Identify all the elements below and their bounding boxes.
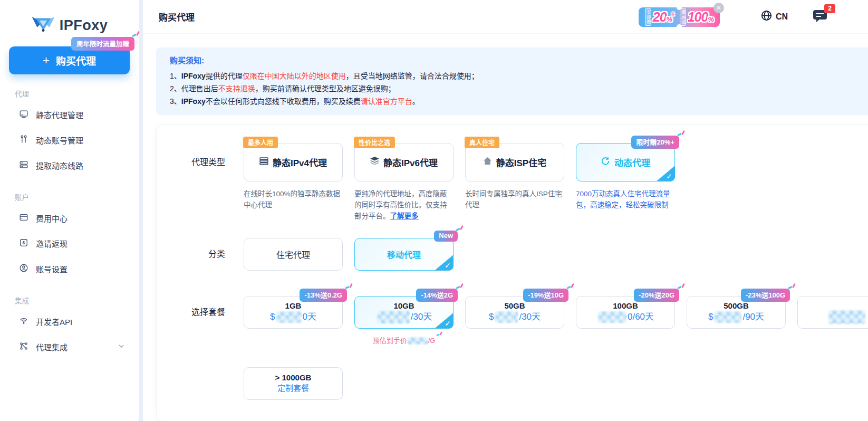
sparkle-icon [457, 283, 465, 291]
sliders-icon [19, 135, 28, 146]
most-popular-badge: 最多人用 [243, 137, 278, 148]
page-title: 购买代理 [159, 10, 195, 23]
package-card-50gb[interactable]: -19%送10G 50GB $/30天 [465, 296, 564, 329]
redacted-price [377, 311, 410, 323]
layers-icon [370, 157, 379, 168]
purchase-panel: 代理类型 最多人用 静态IPv4代理 在线时长100%的独享静态数据中心代理 性… [156, 125, 868, 421]
learn-more-link[interactable]: 了解更多 [390, 212, 419, 220]
billing-icon [19, 213, 28, 224]
package-card-10gb[interactable]: -14%送2G 10GB /30天 [354, 296, 454, 329]
proxy-type-card-isp[interactable]: 真人住宅 静态ISP住宅 [465, 143, 564, 181]
promo-left-tag: 买即赠 [645, 8, 651, 26]
proxy-type-row: 代理类型 最多人用 静态IPv4代理 在线时长100%的独享静态数据中心代理 性… [157, 143, 868, 222]
sidebar-item-extract-dynamic-lines[interactable]: 提取动态线路 [0, 152, 139, 178]
estimated-price-note: 预估到手价/G [354, 335, 454, 345]
monitor-icon [19, 109, 28, 120]
package-row: 选择套餐 -13%送0.2G 1GB $0天 -14%送2G 10GB [157, 296, 868, 345]
language-label: CN [776, 12, 788, 22]
selected-check-icon [435, 255, 454, 271]
sparkle-icon [789, 283, 797, 291]
category-card-mobile[interactable]: New 移动代理 [354, 238, 454, 271]
topbar: 购买代理 买即赠 20%+ 最高达 100% ✕ CN [143, 0, 868, 34]
package-card-partial[interactable] [797, 296, 868, 329]
sparkle-icon [133, 31, 141, 39]
package-price: $/90天 [708, 311, 764, 323]
sidebar-item-static-proxy-management[interactable]: 静态代理管理 [0, 102, 139, 127]
chat-bubble-icon [812, 16, 828, 25]
selected-check-icon [435, 313, 454, 329]
promo-right-value: 100% [688, 9, 713, 25]
package-price: /30天 [376, 311, 432, 323]
package-card-500gb[interactable]: -23%送100G 500GB $/90天 [687, 296, 786, 329]
sidebar: IPFoxy 周年限时流量加赠 + 购买代理 代理 静态代理管理 动态账号 [0, 0, 139, 421]
discount-badge: -13%送0.2G [300, 289, 347, 302]
package-card-custom[interactable]: > 1000GB 定制套餐 [244, 367, 343, 400]
sparkle-icon [568, 283, 575, 291]
redacted-price [828, 310, 865, 324]
anniversary-ribbon: 周年限时流量加赠 [71, 37, 134, 51]
sparkle-icon [457, 225, 465, 233]
user-icon [19, 263, 28, 274]
fingerprint-icon [19, 316, 28, 327]
proxy-type-card-dynamic[interactable]: 限时赠20%+ 动态代理 [576, 143, 675, 181]
integration-icon [19, 341, 28, 352]
server-rack-icon [259, 157, 268, 168]
sidebar-item-billing-center[interactable]: 费用中心 [0, 205, 139, 231]
real-residential-badge: 真人住宅 [465, 137, 499, 148]
scroll-area: 购买须知: 1、IPFoxy提供的代理仅限在中国大陆以外的地区使用，且受当地网络… [143, 34, 868, 421]
promo-right-tag: 最高达 [680, 8, 686, 26]
discount-badge: -23%送100G [741, 289, 790, 302]
sidebar-item-proxy-integration[interactable]: 代理集成 [0, 334, 139, 359]
support-chat-button[interactable]: 2 [812, 8, 828, 25]
logo: IPFoxy [0, 14, 139, 37]
dollar-icon: $ [19, 238, 28, 249]
package-card-1gb[interactable]: -13%送0.2G 1GB $0天 [244, 296, 343, 329]
buy-proxy-label: 购买代理 [56, 53, 96, 68]
limited-time-bonus-badge: 限时赠20%+ [631, 136, 679, 149]
best-value-badge: 性价比之选 [354, 137, 395, 148]
notice-line-2: 2、代理售出后不支持退换，购买前请确认代理类型及地区避免误购； [170, 82, 868, 95]
home-icon [483, 157, 492, 168]
category-row: 分类 住宅代理 New 移动代理 [157, 238, 868, 271]
new-badge: New [434, 231, 458, 242]
chevron-down-icon[interactable] [118, 342, 125, 351]
selected-check-icon [656, 166, 675, 181]
package-label: 选择套餐 [157, 296, 225, 329]
category-card-residential[interactable]: 住宅代理 [244, 238, 343, 271]
proxy-type-label: 代理类型 [157, 143, 225, 181]
notice-line-3: 3、IPFoxy不会以任何形式向您线下收取费用，购买及续费请认准官方平台。 [170, 95, 868, 108]
section-label-integration: 集成 [15, 295, 139, 305]
promo-left: 买即赠 20%+ [645, 8, 674, 26]
sparkle-icon [346, 283, 354, 291]
fox-logo-icon [31, 15, 55, 36]
proxy-type-card-ipv6[interactable]: 性价比之选 静态IPv6代理 [354, 143, 454, 181]
proxy-type-desc-ipv6: 更纯净的代理地址，高度隐蔽的同时享有高性价比。仅支持部分平台。了解更多 [354, 189, 454, 222]
proxy-type-card-ipv4[interactable]: 最多人用 静态IPv4代理 [244, 143, 343, 181]
package-card-100gb[interactable]: -20%送20G 100GB 0/60天 [576, 296, 675, 329]
sparkle-icon [679, 283, 686, 291]
sidebar-item-dynamic-account-management[interactable]: 动态账号管理 [0, 127, 139, 152]
notice-title: 购买须知: [170, 54, 868, 65]
discount-badge: -19%送10G [523, 289, 568, 302]
promo-coupon-banner[interactable]: 买即赠 20%+ 最高达 100% ✕ [639, 7, 720, 27]
sidebar-item-account-settings[interactable]: 账号设置 [0, 256, 139, 281]
sidebar-item-referral-cashback[interactable]: $ 邀请返现 [0, 231, 139, 256]
svg-text:$: $ [23, 240, 25, 245]
package-price: $/30天 [489, 311, 541, 323]
redacted-price [276, 311, 302, 323]
redacted-price [714, 311, 741, 323]
discount-badge: -14%送2G [416, 289, 458, 302]
category-label: 分类 [157, 238, 225, 271]
section-label-proxy: 代理 [15, 88, 139, 99]
sparkle-icon [437, 331, 443, 337]
sidebar-item-developer-api[interactable]: 开发者API [0, 309, 139, 334]
main-content: 购买代理 买即赠 20%+ 最高达 100% ✕ CN [143, 0, 868, 421]
sparkle-icon [679, 130, 686, 138]
notice-line-1: 1、IPFoxy提供的代理仅限在中国大陆以外的地区使用，且受当地网络监管，请合法… [170, 70, 868, 82]
chat-unread-badge: 2 [824, 4, 835, 13]
proxy-type-desc-dynamic: 7000万动态真人住宅代理流量包，高速稳定，轻松突破限制 [576, 189, 675, 211]
promo-close-button[interactable]: ✕ [713, 3, 724, 13]
language-switcher[interactable]: CN [760, 9, 788, 24]
proxy-type-desc-ipv4: 在线时长100%的独享静态数据中心代理 [244, 189, 343, 211]
package-price: $0天 [270, 311, 316, 323]
